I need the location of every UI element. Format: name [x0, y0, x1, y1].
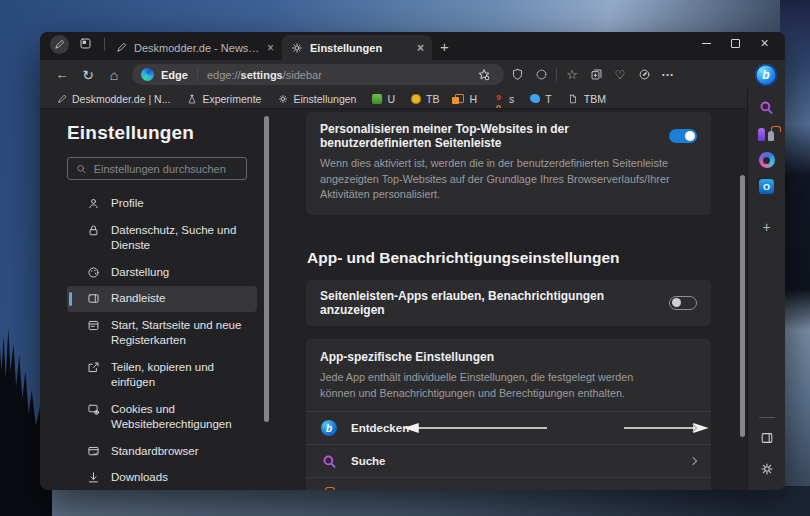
sidebar-outlook-button[interactable] — [759, 179, 774, 194]
settings-search[interactable] — [67, 157, 247, 180]
allow-notifications-toggle[interactable] — [669, 296, 697, 310]
rewards-button[interactable] — [530, 64, 552, 86]
orange-squares-favicon — [455, 94, 464, 103]
tab-strip: Deskmodder.de - News zum The Einstellung… — [40, 32, 785, 60]
nav-item-darstellung[interactable]: Darstellung — [67, 260, 257, 286]
edge-sidebar — [747, 89, 785, 490]
nav-item-profile[interactable]: Profile — [67, 191, 257, 217]
copilot-notes-button[interactable] — [633, 64, 655, 86]
edge-logo-icon — [141, 68, 154, 81]
tab-einstellungen[interactable]: Einstellungen — [282, 35, 432, 60]
bookmark-label: T — [545, 93, 551, 105]
window-controls — [692, 32, 779, 54]
nav-item-standardbrowser[interactable]: Standardbrowser — [67, 439, 257, 465]
person-icon — [87, 197, 100, 210]
toolbar: Edge edge://settings/sidebar — [40, 60, 785, 89]
bookmark-label: TB — [426, 93, 439, 105]
settings-search-input[interactable] — [94, 163, 238, 175]
minimize-icon — [702, 43, 711, 44]
personalize-description: Wenn dies aktiviert ist, werden die in d… — [320, 156, 697, 203]
tab-actions-icon — [79, 37, 92, 50]
titlebar-pencil-button[interactable] — [50, 35, 69, 54]
maximize-button[interactable] — [721, 32, 750, 54]
address-brand: Edge — [161, 69, 188, 81]
flask-favicon — [186, 93, 197, 104]
address-bar[interactable]: Edge edge://settings/sidebar — [132, 64, 504, 85]
chevron-right-icon — [689, 457, 697, 465]
start-page-icon — [87, 319, 100, 332]
favorites-button[interactable] — [561, 64, 583, 86]
tab-close-button[interactable] — [267, 42, 274, 54]
toolbox-icon — [320, 487, 338, 490]
app-row-entdecken[interactable]: Entdecken — [306, 411, 711, 444]
app-row-extras[interactable]: Extras — [306, 477, 711, 490]
bookmark-label: H — [469, 93, 477, 105]
section-heading: App- und Benachrichtigungseinstellungen — [307, 249, 710, 267]
shield-icon — [511, 68, 524, 81]
bookmark-t[interactable]: T — [530, 93, 551, 105]
sidebar-office-button[interactable] — [758, 152, 776, 168]
bookmark-tbm[interactable]: TBM — [568, 93, 606, 105]
add-favorite-button[interactable] — [473, 64, 495, 86]
nav-item-datenschutz[interactable]: Datenschutz, Suche und Dienste — [67, 218, 257, 259]
sidebar-settings-button[interactable] — [760, 462, 774, 480]
bookmark-deskmodder[interactable]: Deskmodder.de | N... — [56, 93, 170, 105]
nav-item-start[interactable]: Start, Startseite und neue Registerkarte… — [67, 313, 257, 354]
reload-button[interactable] — [76, 64, 100, 86]
nav-label: Standardbrowser — [111, 444, 199, 460]
star-gear-icon — [477, 68, 491, 82]
settings-menu-button[interactable] — [657, 64, 679, 86]
close-button[interactable] — [750, 32, 779, 54]
nav-label: Downloads — [111, 470, 168, 486]
tracking-prevention-button[interactable] — [506, 64, 528, 86]
nav-item-teilen[interactable]: Teilen, kopieren und einfügen — [67, 355, 257, 396]
office-icon — [759, 152, 775, 168]
back-button[interactable] — [50, 64, 74, 86]
yellow-circle-favicon — [411, 94, 421, 104]
browser-essentials-button[interactable] — [609, 64, 631, 86]
app-settings-title: App-spezifische Einstellungen — [320, 350, 697, 364]
bing-copilot-button[interactable] — [755, 64, 777, 86]
bookmark-label: TBM — [584, 93, 606, 105]
collections-button[interactable] — [585, 64, 607, 86]
tab-divider — [104, 38, 105, 51]
page-favicon — [568, 93, 579, 104]
app-row-suche[interactable]: Suche — [306, 444, 711, 477]
browser-check-icon — [87, 445, 100, 458]
browser-window: Deskmodder.de - News zum The Einstellung… — [40, 32, 785, 490]
settings-title: Einstellungen — [67, 122, 290, 144]
sidebar-icon — [87, 292, 100, 305]
bookmark-label: Einstellungen — [293, 93, 356, 105]
bookmark-label: s — [509, 93, 514, 105]
sidebar-panel-toggle[interactable] — [760, 431, 774, 449]
personalize-toggle[interactable] — [669, 129, 697, 143]
minimize-button[interactable] — [692, 32, 721, 54]
nav-label: Start, Startseite und neue Registerkarte… — [111, 318, 251, 349]
bookmark-experimente[interactable]: Experimente — [186, 93, 261, 105]
download-icon — [87, 471, 100, 484]
content-scrollbar[interactable] — [740, 175, 745, 437]
sidebar-panel-icon — [760, 431, 774, 445]
bookmark-h[interactable]: H — [455, 93, 477, 105]
sidebar-add-button[interactable] — [762, 219, 770, 235]
home-button[interactable] — [102, 64, 126, 86]
tab-actions-button[interactable] — [79, 36, 92, 54]
circle-pencil-icon — [638, 68, 651, 81]
nav-item-randleiste[interactable]: Randleiste — [67, 286, 257, 312]
new-tab-button[interactable] — [432, 38, 457, 55]
nav-label: Darstellung — [111, 265, 169, 281]
settings-nav: Einstellungen Profile Datenschutz, Suche… — [40, 109, 290, 490]
bookmark-einstellungen[interactable]: Einstellungen — [277, 93, 356, 105]
nav-item-downloads[interactable]: Downloads — [67, 465, 257, 490]
nav-item-cookies[interactable]: Cookies und Websiteberechtigungen — [67, 397, 257, 438]
bookmark-tb[interactable]: TB — [411, 93, 439, 105]
desktop-wallpaper-water — [0, 486, 810, 516]
settings-content: Personalisieren meiner Top-Websites in d… — [290, 109, 747, 490]
bookmark-s[interactable]: s — [493, 93, 514, 105]
nav-scrollbar[interactable] — [264, 116, 269, 422]
bookmark-u[interactable]: U — [372, 93, 395, 105]
tab-deskmodder[interactable]: Deskmodder.de - News zum The — [107, 35, 282, 60]
sidebar-search-button[interactable] — [759, 100, 774, 119]
badge-icon — [535, 68, 548, 81]
tab-close-button[interactable] — [417, 42, 424, 54]
